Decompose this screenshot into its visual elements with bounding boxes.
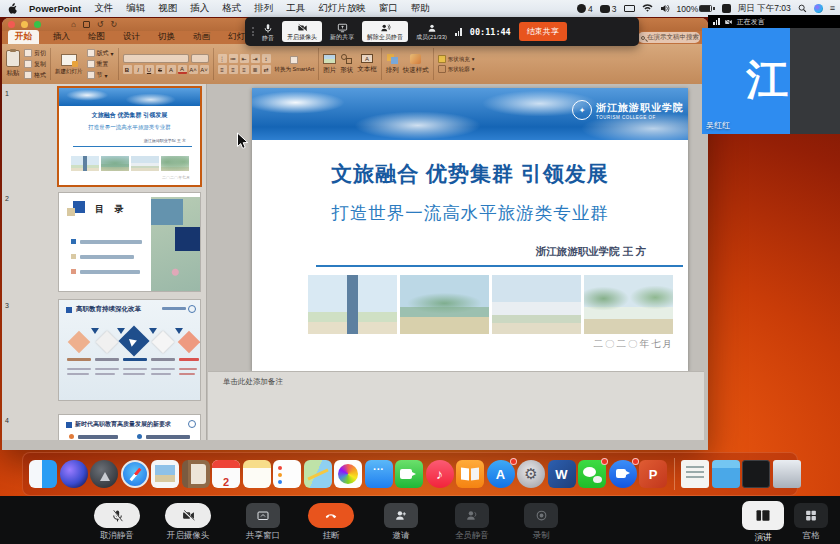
font-color-button[interactable]: A — [178, 65, 187, 74]
menu-window[interactable]: 窗口 — [379, 2, 398, 15]
insert-picture-button[interactable]: 图片 — [323, 54, 336, 75]
dock-photos-icon[interactable] — [334, 460, 362, 488]
toolbar-unmute-all-button[interactable]: 解除全员静音 — [362, 21, 408, 42]
menu-view[interactable]: 视图 — [158, 2, 177, 15]
strikethrough-button[interactable]: S — [156, 65, 165, 74]
slide-title[interactable]: 文旅融合 优势集群 引领发展 — [252, 160, 688, 188]
slide-subtitle[interactable]: 打造世界一流高水平旅游类专业群 — [252, 201, 688, 225]
close-window-button[interactable] — [8, 21, 15, 28]
convert-smartart-button[interactable]: 转换为 SmartArt — [275, 56, 315, 72]
dock-notes-icon[interactable] — [243, 460, 271, 488]
new-slide-button[interactable]: 新建幻灯片 — [55, 54, 83, 75]
menu-format[interactable]: 格式 — [222, 2, 241, 15]
tab-home[interactable]: 开始 — [8, 30, 39, 44]
tab-transitions[interactable]: 切换 — [154, 30, 179, 44]
volume-icon[interactable] — [660, 4, 670, 13]
menu-arrange[interactable]: 排列 — [254, 2, 273, 15]
unmute-button[interactable]: 取消静音 — [94, 503, 140, 540]
decrease-indent-button[interactable]: ⇤ — [240, 54, 249, 63]
arrange-button[interactable]: 排列 — [386, 54, 399, 75]
dock-siri-icon[interactable] — [60, 460, 88, 488]
format-painter-button[interactable]: 格式 — [24, 71, 46, 80]
insert-textbox-button[interactable]: A文本框 — [357, 54, 377, 74]
menu-help[interactable]: 帮助 — [411, 2, 430, 15]
menu-file[interactable]: 文件 — [94, 2, 113, 15]
slide-thumbnail-3[interactable]: 高职教育持续深化改革 — [59, 300, 200, 400]
gallery-view-button[interactable]: 宫格 — [794, 503, 828, 540]
siri-icon[interactable] — [814, 4, 823, 13]
align-right-button[interactable]: ≡ — [240, 65, 249, 74]
wifi-icon[interactable] — [642, 4, 653, 13]
slide-thumbnail-1[interactable]: 文旅融合 优势集群 引领发展 打造世界一流高水平旅游类专业群 浙江旅游职业学院 … — [59, 88, 200, 185]
align-center-button[interactable]: ≡ — [229, 65, 238, 74]
slide-date[interactable]: 二〇二〇年七月 — [594, 338, 675, 351]
numbering-button[interactable]: ≔ — [229, 54, 238, 63]
dock-minimized-window-icon[interactable] — [742, 460, 770, 488]
menu-slideshow[interactable]: 幻灯片放映 — [318, 2, 366, 15]
tab-draw[interactable]: 绘图 — [84, 30, 109, 44]
camera-button[interactable]: 开启摄像头 — [165, 503, 211, 540]
menu-edit[interactable]: 编辑 — [126, 2, 145, 15]
menubar-app-name[interactable]: PowerPoint — [29, 3, 81, 14]
spotlight-search-icon[interactable] — [798, 4, 807, 13]
end-share-button[interactable]: 结束共享 — [519, 22, 567, 41]
participant-video-panel[interactable]: 江 吴红红 — [702, 28, 840, 134]
tab-animations[interactable]: 动画 — [189, 30, 214, 44]
shape-fill-button[interactable]: 形状填充▾ — [438, 55, 475, 63]
battery-indicator[interactable]: 100% — [677, 4, 715, 14]
dock-preview-icon[interactable] — [151, 460, 179, 488]
notes-pane[interactable]: 单击此处添加备注 — [208, 371, 704, 440]
quick-styles-button[interactable]: 快速样式 — [403, 54, 429, 75]
home-icon[interactable]: ⌂ — [71, 21, 76, 29]
speaker-view-button[interactable]: 演讲 — [742, 501, 784, 542]
bold-button[interactable]: B — [123, 65, 132, 74]
slide-thumbnail-4[interactable]: 新时代高职教育高质量发展的新要求 — [59, 415, 200, 440]
copy-button[interactable]: 复制 — [24, 60, 46, 69]
toolbar-camera-button[interactable]: 开启摄像头 — [282, 21, 322, 42]
dock-launchpad-icon[interactable] — [90, 460, 118, 488]
hangup-button[interactable]: 挂断 — [308, 503, 354, 540]
toolbar-mute-button[interactable]: 静音 — [262, 23, 274, 41]
bullets-button[interactable]: ⋮ — [218, 54, 227, 63]
invite-button[interactable]: 邀请 — [384, 503, 418, 540]
italic-button[interactable]: I — [134, 65, 143, 74]
redo-icon[interactable]: ↻ — [111, 21, 118, 29]
menu-insert[interactable]: 插入 — [190, 2, 209, 15]
slide-thumbnail-2[interactable]: 目 录 — [59, 193, 200, 291]
dock-appstore-icon[interactable]: A — [487, 460, 515, 488]
dock-messages-icon[interactable] — [365, 460, 393, 488]
chat-status-icon[interactable]: 3 — [600, 4, 617, 14]
dock-wechat-icon[interactable] — [578, 460, 606, 488]
dock-trash-icon[interactable] — [773, 460, 801, 488]
minimize-window-button[interactable] — [21, 21, 28, 28]
cut-button[interactable]: 剪切 — [24, 49, 46, 58]
record-button[interactable]: 录制 — [524, 503, 558, 540]
dock-tencent-meeting-icon[interactable] — [609, 460, 637, 488]
decrease-font-button[interactable]: A˅ — [200, 65, 209, 74]
call-status-icon[interactable]: 4 — [577, 4, 593, 14]
menu-tools[interactable]: 工具 — [286, 2, 305, 15]
font-size-select[interactable] — [191, 54, 209, 63]
reset-button[interactable]: 重置 — [87, 60, 114, 69]
align-left-button[interactable]: ≡ — [218, 65, 227, 74]
zoom-window-button[interactable] — [34, 21, 41, 28]
screen-mirroring-icon[interactable] — [624, 5, 635, 12]
section-button[interactable]: 节▾ — [87, 71, 114, 80]
presentation-search-input[interactable]: 在演示文稿中搜索 — [638, 32, 700, 43]
toolbar-new-share-button[interactable]: 新的共享 — [330, 23, 354, 40]
dock-powerpoint-icon[interactable]: P — [639, 460, 667, 488]
line-spacing-button[interactable]: ↕ — [262, 54, 271, 63]
text-direction-button[interactable]: ⇄ — [262, 65, 271, 74]
slide-thumbnail-panel[interactable]: 1 2 3 4 文旅融合 优势集群 引领发展 打造世界一流高水平旅游类专业群 浙… — [2, 84, 207, 440]
dock-facetime-icon[interactable] — [395, 460, 423, 488]
font-name-select[interactable] — [123, 54, 189, 63]
apple-menu-icon[interactable] — [8, 2, 18, 16]
tab-design[interactable]: 设计 — [119, 30, 144, 44]
tab-insert[interactable]: 插入 — [49, 30, 74, 44]
dock-documents-stack-icon[interactable] — [681, 460, 709, 488]
save-icon[interactable] — [83, 21, 90, 28]
slide-byline[interactable]: 浙江旅游职业学院 王 方 — [536, 245, 646, 259]
increase-font-button[interactable]: A˄ — [189, 65, 198, 74]
layout-button[interactable]: 版式▾ — [87, 49, 114, 58]
dock-word-icon[interactable]: W — [548, 460, 576, 488]
